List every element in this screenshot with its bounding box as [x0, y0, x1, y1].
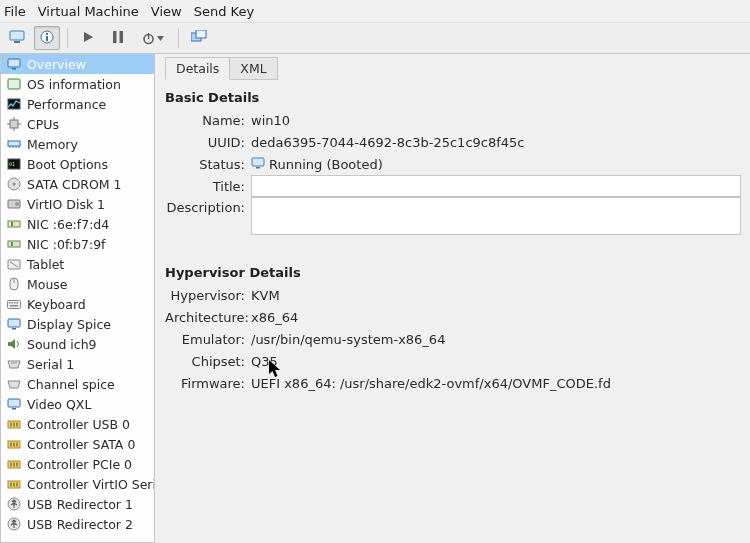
sidebar-item-virtio-disk-1[interactable]: VirtIO Disk 1 [1, 194, 154, 214]
toolbar [0, 22, 750, 54]
run-button[interactable] [75, 26, 101, 50]
sidebar-item-label: Boot Options [27, 157, 108, 172]
sidebar-item-serial-1[interactable]: Serial 1 [1, 354, 154, 374]
toolbar-separator [67, 28, 68, 48]
svg-marker-49 [8, 339, 15, 349]
svg-point-32 [15, 202, 19, 206]
sidebar-item-performance[interactable]: Performance [1, 94, 154, 114]
svg-rect-15 [8, 79, 20, 89]
sidebar-item-label: NIC :0f:b7:9f [27, 237, 106, 252]
svg-rect-1 [14, 41, 20, 43]
hypervisor-details-section: Hypervisor Details Hypervisor: KVM Archi… [165, 265, 742, 394]
sidebar-item-nic-6e-f7-d4[interactable]: NIC :6e:f7:d4 [1, 214, 154, 234]
menu-view[interactable]: View [151, 4, 182, 19]
sidebar-item-label: Memory [27, 137, 78, 152]
power-icon [142, 32, 164, 45]
sidebar-item-label: Controller USB 0 [27, 417, 130, 432]
sidebar-item-usb-redirector-1[interactable]: USB Redirector 1 [1, 494, 154, 514]
svg-rect-63 [13, 442, 15, 446]
firmware-value: UEFI x86_64: /usr/share/edk2-ovmf/x64/OV… [251, 376, 611, 391]
svg-rect-17 [10, 120, 18, 128]
menu-vm[interactable]: Virtual Machine [38, 4, 139, 19]
monitor-icon [9, 30, 25, 47]
usb-redir-icon [7, 497, 21, 511]
details-view-button[interactable] [34, 26, 60, 50]
hardware-sidebar[interactable]: OverviewOS informationPerformanceCPUsMem… [0, 54, 155, 543]
svg-rect-66 [10, 462, 12, 466]
svg-marker-54 [8, 381, 20, 388]
svg-marker-5 [84, 32, 93, 42]
sidebar-item-os-information[interactable]: OS information [1, 74, 154, 94]
tab-details[interactable]: Details [165, 57, 230, 80]
svg-rect-36 [11, 242, 13, 246]
sidebar-item-tablet[interactable]: Tablet [1, 254, 154, 274]
status-label: Status: [165, 157, 251, 172]
sidebar-item-label: USB Redirector 1 [27, 497, 133, 512]
svg-rect-45 [17, 302, 19, 304]
power-menu-button[interactable] [135, 26, 171, 50]
sidebar-item-controller-pcie-0[interactable]: Controller PCIe 0 [1, 454, 154, 474]
controller-icon [7, 437, 21, 451]
basic-details-section: Basic Details Name: win10 UUID: deda6395… [165, 90, 742, 243]
title-label: Title: [165, 179, 251, 194]
svg-rect-42 [9, 302, 11, 304]
disk-icon [7, 197, 21, 211]
menu-file[interactable]: File [4, 4, 26, 19]
usb-redir-icon [7, 517, 21, 531]
hypervisor-details-heading: Hypervisor Details [165, 265, 742, 280]
sidebar-item-sata-cdrom-1[interactable]: SATA CDROM 1 [1, 174, 154, 194]
sidebar-item-overview[interactable]: Overview [1, 54, 154, 74]
sidebar-item-controller-sata-0[interactable]: Controller SATA 0 [1, 434, 154, 454]
serial-icon [7, 357, 21, 371]
svg-rect-59 [13, 422, 15, 426]
sidebar-item-keyboard[interactable]: Keyboard [1, 294, 154, 314]
sidebar-item-display-spice[interactable]: Display Spice [1, 314, 154, 334]
description-label: Description: [165, 197, 251, 215]
sidebar-item-memory[interactable]: Memory [1, 134, 154, 154]
sidebar-item-video-qxl[interactable]: Video QXL [1, 394, 154, 414]
sidebar-item-nic-0f-b7-9f[interactable]: NIC :0f:b7:9f [1, 234, 154, 254]
sidebar-item-channel-spice[interactable]: Channel spice [1, 374, 154, 394]
running-icon [251, 157, 265, 172]
snapshots-button[interactable] [186, 26, 212, 50]
sidebar-item-controller-usb-0[interactable]: Controller USB 0 [1, 414, 154, 434]
description-input[interactable] [251, 197, 741, 235]
pause-button[interactable] [105, 26, 131, 50]
cursor-icon [269, 360, 283, 378]
svg-point-53 [15, 362, 17, 364]
controller-icon [7, 417, 21, 431]
pause-icon [113, 31, 123, 46]
tab-xml[interactable]: XML [229, 57, 277, 80]
svg-rect-47 [8, 319, 20, 327]
svg-rect-70 [10, 482, 12, 486]
nic-icon [7, 237, 21, 251]
svg-rect-56 [12, 408, 16, 410]
sidebar-item-label: OS information [27, 77, 121, 92]
uuid-label: UUID: [165, 135, 251, 150]
cdrom-icon [7, 177, 21, 191]
sidebar-item-usb-redirector-2[interactable]: USB Redirector 2 [1, 514, 154, 534]
sidebar-item-controller-virtio-serial-0[interactable]: Controller VirtIO Serial 0 [1, 474, 154, 494]
sidebar-item-boot-options[interactable]: 01Boot Options [1, 154, 154, 174]
sidebar-item-mouse[interactable]: Mouse [1, 274, 154, 294]
toolbar-separator [178, 28, 179, 48]
svg-rect-62 [10, 442, 12, 446]
title-input[interactable] [251, 175, 741, 197]
hypervisor-label: Hypervisor: [165, 288, 251, 303]
svg-rect-60 [16, 422, 18, 426]
basic-details-heading: Basic Details [165, 90, 742, 105]
chipset-label: Chipset: [165, 354, 251, 369]
svg-rect-7 [120, 31, 124, 43]
sidebar-item-label: NIC :6e:f7:d4 [27, 217, 109, 232]
sidebar-item-sound-ich9[interactable]: Sound ich9 [1, 334, 154, 354]
svg-marker-10 [157, 36, 164, 41]
sidebar-item-cpus[interactable]: CPUs [1, 114, 154, 134]
sidebar-item-label: Display Spice [27, 317, 111, 332]
menu-sendkey[interactable]: Send Key [194, 4, 254, 19]
sidebar-item-label: Performance [27, 97, 106, 112]
menubar: File Virtual Machine View Send Key [0, 0, 750, 22]
svg-point-30 [13, 183, 16, 186]
console-view-button[interactable] [4, 26, 30, 50]
svg-rect-48 [12, 328, 16, 330]
sidebar-item-label: Controller VirtIO Serial 0 [27, 477, 155, 492]
